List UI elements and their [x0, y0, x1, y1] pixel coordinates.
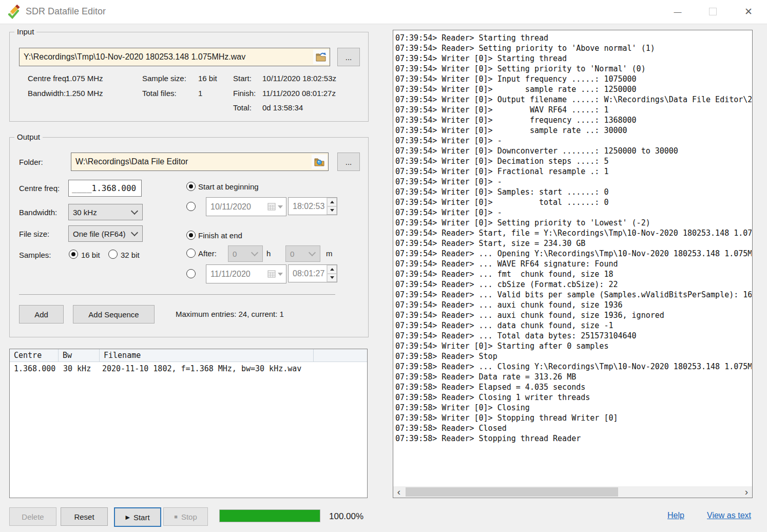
row-filename: 2020-11-10 1802, f=1.368 MHz, bw=30 kHz.…: [102, 364, 301, 373]
help-link[interactable]: Help: [667, 511, 684, 520]
title-bar: SDR Datafile Editor — ✕: [0, 0, 767, 24]
scroll-right-icon[interactable]: ›: [741, 486, 752, 498]
add-sequence-button[interactable]: Add Sequence: [73, 305, 155, 324]
finish-at-date-radio[interactable]: [186, 269, 196, 278]
open-file-icon-button[interactable]: [313, 50, 329, 64]
chevron-down-icon: [309, 249, 316, 256]
folder-label: Folder:: [19, 158, 43, 166]
input-sample-size-value: 16 bit: [198, 74, 217, 83]
scrollbar-thumb[interactable]: [406, 487, 618, 497]
output-group-label: Output: [14, 132, 43, 141]
output-bandwidth-select[interactable]: 30 kHz: [68, 204, 143, 220]
samples-32bit-radio[interactable]: [108, 250, 118, 259]
samples-16bit-radio[interactable]: [69, 250, 78, 259]
input-total-files-value: 1: [198, 89, 202, 98]
close-button[interactable]: ✕: [733, 0, 764, 23]
column-header-bw[interactable]: Bw: [59, 349, 100, 362]
log-panel: 07:39:54> Reader> Starting thread 07:39:…: [393, 30, 753, 498]
finish-date-picker[interactable]: 11/11/2020: [206, 264, 286, 283]
input-browse-button[interactable]: ...: [337, 48, 360, 66]
input-sample-size-label: Sample size:: [142, 74, 186, 83]
chevron-down-icon: [131, 229, 138, 236]
scroll-left-icon[interactable]: ‹: [393, 486, 405, 498]
start-at-beginning-radio[interactable]: [186, 182, 196, 191]
samples-16bit-label: 16 bit: [81, 251, 100, 259]
reset-button[interactable]: Reset: [61, 507, 108, 526]
progress-bar: [219, 509, 320, 522]
start-date-picker[interactable]: 10/11/2020: [206, 197, 286, 216]
column-header-blank[interactable]: [314, 349, 367, 362]
arrow-down-icon: [330, 209, 334, 212]
after-minutes-select[interactable]: 0: [285, 245, 320, 262]
spin-down-button[interactable]: [327, 274, 337, 282]
output-file-size-label: File size:: [19, 230, 49, 238]
spin-up-button[interactable]: [327, 265, 337, 274]
time-spinner[interactable]: [327, 265, 337, 282]
output-folder-field[interactable]: W:\Recordings\Data File Editor: [71, 153, 329, 171]
horizontal-scrollbar[interactable]: ‹ ›: [393, 486, 752, 498]
column-header-filename[interactable]: Filename: [100, 349, 314, 362]
output-folder-path[interactable]: W:\Recordings\Data File Editor: [71, 157, 312, 166]
divider: [19, 294, 335, 295]
play-icon: ▶: [125, 514, 129, 521]
after-hours-select[interactable]: 0: [228, 245, 263, 262]
output-bandwidth-label: Bandwidth:: [19, 208, 57, 217]
input-finish-value: 11/11/2020 08:01:27z: [262, 89, 336, 98]
minimize-button[interactable]: —: [662, 0, 693, 23]
folder-open-icon: [315, 52, 327, 62]
input-start-label: Start:: [233, 74, 252, 83]
input-start-value: 10/11/2020 18:02:53z: [262, 74, 336, 83]
finish-at-end-radio[interactable]: [186, 231, 196, 240]
entries-table[interactable]: Centre Bw Filename 1.368.000 30 kHz 2020…: [9, 349, 368, 498]
stop-button[interactable]: ■Stop: [163, 507, 208, 526]
chevron-down-icon: [278, 273, 283, 276]
output-group: Output Folder: W:\Recordings\Data File E…: [9, 137, 369, 337]
chevron-down-icon: [251, 249, 258, 256]
calendar-icon: [267, 203, 276, 211]
samples-label: Samples:: [19, 251, 51, 259]
time-spinner[interactable]: [327, 198, 337, 215]
input-bandwidth-value: 1.250 MHz: [66, 89, 103, 98]
input-centre-freq-label: Centre freq:: [28, 74, 68, 83]
output-file-size-select[interactable]: One file (RF64): [68, 225, 143, 242]
samples-32bit-label: 32 bit: [121, 251, 140, 259]
output-centre-freq-input[interactable]: ____1.368.000: [68, 180, 142, 197]
arrow-up-icon: [330, 268, 334, 271]
maximize-icon: [709, 8, 717, 15]
calendar-icon: [267, 270, 276, 278]
column-header-centre[interactable]: Centre: [10, 349, 59, 362]
output-browse-button[interactable]: ...: [337, 153, 360, 171]
progress-percent-label: 100.00%: [329, 511, 363, 522]
app-icon: [7, 5, 22, 21]
input-file-path[interactable]: Y:\Recordings\Tmp\10-Nov-2020 180253.148…: [20, 52, 313, 62]
maximize-button[interactable]: [697, 0, 728, 23]
output-centre-freq-label: Centre freq:: [19, 184, 60, 193]
add-button[interactable]: Add: [19, 305, 64, 324]
progress-fill: [220, 510, 320, 522]
chevron-down-icon: [278, 205, 283, 208]
input-file-field[interactable]: Y:\Recordings\Tmp\10-Nov-2020 180253.148…: [19, 48, 330, 66]
start-at-date-radio[interactable]: [186, 202, 196, 211]
start-button[interactable]: ▶Start: [114, 507, 161, 527]
arrow-up-icon: [330, 201, 334, 203]
input-centre-freq-value: 1.075 MHz: [66, 74, 103, 83]
finish-after-radio[interactable]: [186, 249, 196, 258]
input-total-files-label: Total files:: [142, 89, 177, 98]
spin-down-button[interactable]: [327, 206, 337, 215]
row-centre: 1.368.000: [14, 364, 55, 373]
view-as-text-link[interactable]: View as text: [707, 511, 751, 520]
stop-icon: ■: [174, 514, 178, 520]
window-title: SDR Datafile Editor: [26, 6, 106, 17]
start-time-field[interactable]: 18:02:53: [288, 197, 337, 215]
finish-at-end-label: Finish at end: [198, 231, 242, 240]
delete-button[interactable]: Delete: [9, 507, 56, 526]
log-text[interactable]: 07:39:54> Reader> Starting thread 07:39:…: [395, 33, 752, 485]
spin-up-button[interactable]: [327, 198, 337, 206]
start-at-beginning-label: Start at beginning: [198, 182, 259, 191]
browse-folder-icon-button[interactable]: [312, 155, 327, 169]
finish-time-field[interactable]: 08:01:27: [288, 264, 337, 282]
max-entries-label: Maximum entries: 24, current: 1: [176, 310, 284, 318]
after-label: After:: [198, 249, 217, 258]
input-group-label: Input: [14, 27, 36, 36]
input-group: Input Y:\Recordings\Tmp\10-Nov-2020 1802…: [9, 32, 369, 122]
